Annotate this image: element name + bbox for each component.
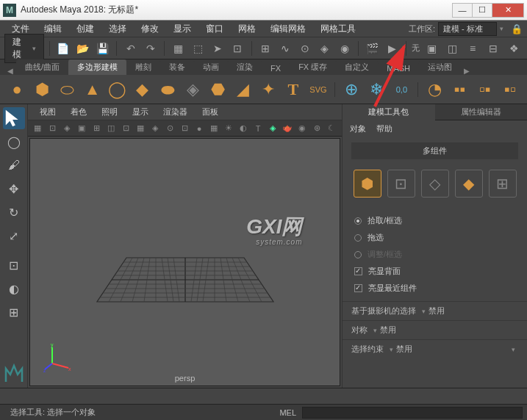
scale-tool[interactable]: ⤢ [3, 225, 25, 247]
pt-xray-icon[interactable]: ◈ [266, 122, 279, 135]
poly-prism-icon[interactable]: ⬣ [207, 78, 229, 101]
option-highlight-near[interactable]: 亮显最近组件 [354, 280, 515, 297]
prop-camera-select[interactable]: 基于摄影机的选择 ▾ 禁用 [343, 301, 527, 320]
pt-image-plane-icon[interactable]: ▣ [75, 122, 88, 135]
menu-modify[interactable]: 修改 [134, 21, 166, 37]
pt-smooth-shade-icon[interactable]: ● [193, 122, 206, 135]
rp-menu-object[interactable]: 对象 [350, 123, 366, 134]
pt-select-camera-icon[interactable]: ▦ [31, 122, 44, 135]
shelf-tab-animation[interactable]: 动画 [194, 59, 228, 75]
menu-display[interactable]: 显示 [166, 21, 198, 37]
pt-ao-icon[interactable]: ◉ [295, 122, 309, 135]
last-tool[interactable]: ⊡ [3, 254, 25, 276]
comp-object-button[interactable]: ⬢ [354, 170, 381, 198]
freeze-transform-icon[interactable]: ❄ [365, 78, 387, 101]
workspace-chevron-icon[interactable]: ▾ [500, 25, 503, 32]
pt-film-gate-icon[interactable]: ◫ [104, 122, 118, 135]
shelf-tab-rigging[interactable]: 装备 [160, 59, 194, 75]
select-by-type-button[interactable]: ▦ [170, 40, 187, 57]
panel-menu-view[interactable]: 视图 [34, 105, 62, 119]
render-button[interactable]: 🎬 [364, 40, 381, 57]
shelf-tab-mash[interactable]: MASH [378, 62, 419, 75]
poly-pyramid-icon[interactable]: ◢ [232, 78, 254, 101]
aim-constraint-icon[interactable]: ⊕ [340, 78, 362, 101]
pt-wireframe-icon[interactable]: ⊡ [178, 122, 191, 135]
pt-shadows-icon[interactable]: ◐ [237, 122, 250, 135]
shelf-tab-sculpt[interactable]: 雕刻 [126, 59, 160, 75]
shelf-nav-left-icon[interactable]: ◀ [4, 67, 16, 75]
lasso-tool[interactable]: ◯ [3, 131, 25, 153]
shelf-tab-curves[interactable]: 曲线/曲面 [16, 59, 68, 75]
snap-grid-button[interactable]: ⊞ [257, 40, 274, 57]
poly-cylinder-icon[interactable]: ⬭ [56, 78, 78, 101]
lock-icon[interactable]: 🔒 [511, 23, 523, 35]
shelf-tab-fxcache[interactable]: FX 缓存 [290, 59, 336, 75]
poly-plane-icon[interactable]: ◆ [132, 78, 154, 101]
poly-sparkle-icon[interactable]: ✦ [257, 78, 279, 101]
symm-tool[interactable]: ⊞ [3, 301, 25, 323]
pt-field-chart-icon[interactable]: ◈ [148, 122, 162, 135]
layer-icon[interactable]: ◔ [423, 78, 445, 101]
poly-disc-icon[interactable]: ⬬ [157, 78, 179, 101]
option-pick[interactable]: 拾取/框选 [354, 212, 515, 229]
comp-vertex-button[interactable]: ⊡ [387, 170, 415, 198]
menu-mesh-tools[interactable]: 网格工具 [313, 21, 363, 37]
undo-button[interactable]: ↶ [122, 40, 139, 57]
menu-edit-mesh[interactable]: 编辑网格 [263, 21, 313, 37]
bool-inter-icon[interactable]: ▪▫ [499, 78, 521, 101]
x-ray-button[interactable]: ▣ [423, 40, 440, 57]
pt-teapot-icon[interactable]: 🫖 [281, 122, 294, 135]
menu-select[interactable]: 选择 [101, 21, 134, 37]
pt-gate-mask-icon[interactable]: ▦ [134, 122, 147, 135]
snow-icon[interactable]: 0,0 [390, 78, 412, 101]
option-drag[interactable]: 拖选 [354, 229, 515, 246]
layers-button[interactable]: ❖ [505, 40, 523, 57]
comp-edge-button[interactable]: ◇ [421, 170, 449, 198]
pt-resolution-gate-icon[interactable]: ⊡ [119, 122, 132, 135]
pt-lights-icon[interactable]: ☀ [222, 122, 235, 135]
svg-tool-icon[interactable]: SVG [307, 78, 329, 101]
timeline[interactable] [0, 388, 527, 404]
poly-sphere-icon[interactable]: ● [6, 78, 28, 101]
pt-motion-blur-icon[interactable]: ⊛ [310, 122, 323, 135]
paint-select-tool[interactable]: 🖌 [3, 154, 25, 176]
option-highlight-back[interactable]: 亮显背面 [354, 263, 515, 280]
prop-constraint[interactable]: 选择约束 ▾ 禁用 ▾ [343, 339, 527, 358]
panel-menu-shading[interactable]: 着色 [65, 105, 93, 119]
soft-select-tool[interactable]: ◐ [3, 278, 25, 300]
panel-menu-renderer[interactable]: 渲染器 [157, 105, 193, 119]
poly-platonic-icon[interactable]: ◈ [182, 78, 204, 101]
shelf-tab-motion[interactable]: 运动图 [419, 59, 461, 75]
pt-exposure-icon[interactable]: ☾ [325, 122, 338, 135]
shelf-tab-fx[interactable]: FX [262, 62, 290, 75]
menu-mesh[interactable]: 网格 [231, 21, 263, 37]
comp-uv-button[interactable]: ⊞ [489, 170, 517, 198]
command-input[interactable] [302, 407, 523, 419]
workspace-selector[interactable]: 建模 - 标准 [438, 22, 497, 36]
list-button[interactable]: ≡ [464, 40, 481, 57]
poly-cone-icon[interactable]: ▲ [81, 78, 103, 101]
minimize-button[interactable]: — [452, 3, 473, 18]
select-hierarchy-button[interactable]: ⬚ [190, 40, 207, 57]
outliner-button[interactable]: ⊟ [484, 40, 502, 57]
pt-grid-icon[interactable]: ⊞ [90, 122, 103, 135]
snap-plane-button[interactable]: ◈ [316, 40, 333, 57]
option-tweak[interactable]: 调整/框选 [354, 246, 515, 263]
select-tool[interactable] [3, 107, 25, 129]
ipr-button[interactable]: ▶ [384, 40, 401, 57]
rp-menu-help[interactable]: 帮助 [376, 123, 392, 134]
poly-cube-icon[interactable]: ⬢ [31, 78, 53, 101]
viewport[interactable]: GXI网 system.com y x z persp [29, 138, 340, 386]
select-component-button[interactable]: ⊡ [229, 40, 246, 57]
new-scene-button[interactable]: 📄 [54, 40, 71, 57]
save-button[interactable]: 💾 [94, 40, 111, 57]
poly-torus-icon[interactable]: ◯ [107, 78, 129, 101]
panel-menu-panels[interactable]: 面板 [196, 105, 224, 119]
shelf-nav-right-icon[interactable]: ▶ [461, 67, 473, 75]
bool-union-icon[interactable]: ▪▪ [449, 78, 471, 101]
open-button[interactable]: 📂 [74, 40, 91, 57]
prop-symmetry[interactable]: 对称 ▾ 禁用 [343, 320, 527, 339]
move-tool[interactable]: ✥ [3, 178, 25, 200]
select-object-button[interactable]: ➤ [209, 40, 226, 57]
comp-face-button[interactable]: ◆ [455, 170, 483, 198]
